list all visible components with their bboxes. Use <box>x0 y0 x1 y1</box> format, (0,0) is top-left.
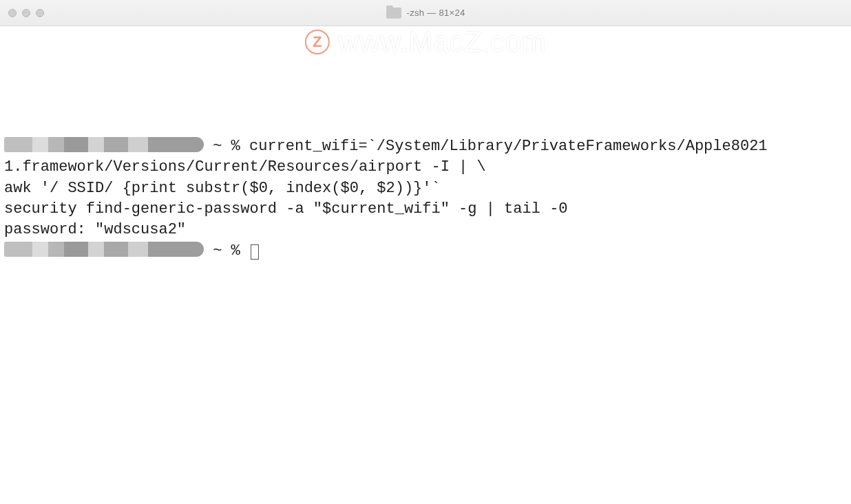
terminal-line-3: awk '/ SSID/ {print substr($0, index($0,… <box>4 178 847 199</box>
redacted-hostname <box>4 137 204 152</box>
terminal-body[interactable]: Z www.MacZ.com ~ % current_wifi=`/System… <box>0 26 851 504</box>
window-title-area: -zsh — 81×24 <box>0 8 851 19</box>
window-titlebar[interactable]: -zsh — 81×24 <box>0 0 851 26</box>
window-title: -zsh — 81×24 <box>407 8 465 18</box>
watermark-badge-icon: Z <box>305 30 330 54</box>
terminal-line-4: security find-generic-password -a "$curr… <box>4 199 847 220</box>
close-window-button[interactable] <box>8 9 17 17</box>
redacted-hostname <box>4 242 204 257</box>
zoom-window-button[interactable] <box>36 9 44 17</box>
traffic-lights <box>8 9 44 17</box>
terminal-line-2: 1.framework/Versions/Current/Resources/a… <box>4 157 847 178</box>
watermark-badge-letter: Z <box>313 32 322 52</box>
minimize-window-button[interactable] <box>22 9 30 17</box>
terminal-line-5: password: "wdscusa2" <box>4 220 847 240</box>
command-part-1: current_wifi=`/System/Library/PrivateFra… <box>249 138 768 155</box>
prompt-symbol: ~ % <box>204 138 249 155</box>
terminal-line-6: ~ % <box>4 241 847 262</box>
watermark-overlay: Z www.MacZ.com <box>305 22 546 62</box>
watermark-text: www.MacZ.com <box>338 22 546 62</box>
terminal-line-1: ~ % current_wifi=`/System/Library/Privat… <box>4 136 847 157</box>
terminal-window: -zsh — 81×24 Z www.MacZ.com ~ % current_… <box>0 0 851 504</box>
folder-icon <box>386 8 401 19</box>
prompt-symbol: ~ % <box>204 242 249 260</box>
terminal-cursor <box>251 244 259 260</box>
